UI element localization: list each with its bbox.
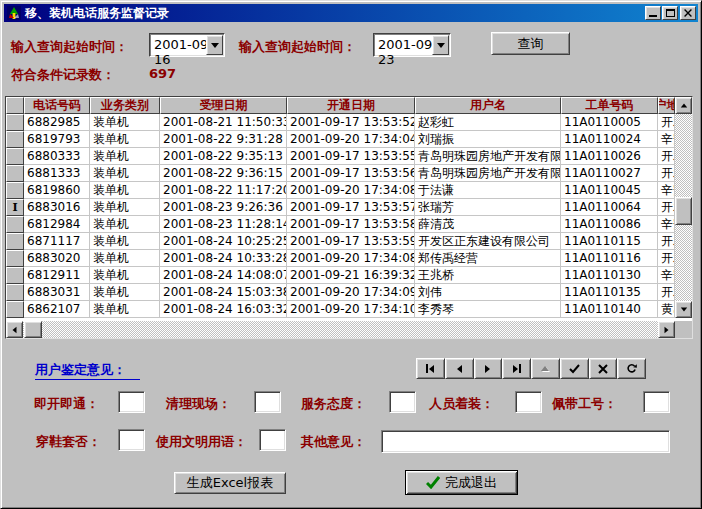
cell-user[interactable]: 张瑞芳	[415, 199, 561, 216]
cell-phone[interactable]: 6880333	[24, 148, 90, 165]
start-date-dropdown-button[interactable]	[206, 35, 223, 55]
cell-user[interactable]: 青岛明珠园房地产开发有限	[415, 148, 561, 165]
scroll-down-button[interactable]	[675, 301, 692, 318]
generate-excel-button[interactable]: 生成Excel报表	[174, 472, 286, 494]
start-date-combobox[interactable]: 2001-09-16	[149, 33, 225, 57]
minimize-button[interactable]	[645, 6, 661, 20]
cell-category[interactable]: 装单机	[90, 216, 160, 233]
cell-category[interactable]: 装单机	[90, 250, 160, 267]
cell-open_date[interactable]: 2001-09-20 17:34:04	[287, 131, 415, 148]
cell-accept_date[interactable]: 2001-08-23 11:28:14	[160, 216, 287, 233]
cell-open_date[interactable]: 2001-09-17 13:53:59	[287, 233, 415, 250]
nav-last-button[interactable]	[502, 358, 531, 379]
cell-user[interactable]: 赵彩虹	[415, 114, 561, 131]
other-comments-input[interactable]	[381, 430, 670, 453]
service-attitude-input[interactable]	[389, 391, 416, 413]
cell-area[interactable]: 开发	[658, 233, 675, 250]
scroll-left-button[interactable]	[6, 321, 23, 338]
user-appraisal-link[interactable]: 用户鉴定意见：	[35, 361, 140, 380]
cell-open_date[interactable]: 2001-09-17 13:53:52	[287, 114, 415, 131]
cell-open_date[interactable]: 2001-09-17 13:53:58	[287, 216, 415, 233]
cell-open_date[interactable]: 2001-09-21 16:39:32	[287, 267, 415, 284]
cell-phone[interactable]: 6882985	[24, 114, 90, 131]
cell-area[interactable]: 黄岛	[658, 301, 675, 318]
cell-category[interactable]: 装单机	[90, 131, 160, 148]
cell-order_no[interactable]: 11A0110140	[561, 301, 658, 318]
cell-user[interactable]: 王兆桥	[415, 267, 561, 284]
nav-post-button[interactable]	[560, 358, 589, 379]
cell-user[interactable]: 李秀琴	[415, 301, 561, 318]
cell-accept_date[interactable]: 2001-08-22 11:17:20	[160, 182, 287, 199]
cell-open_date[interactable]: 2001-09-20 17:34:08	[287, 250, 415, 267]
cell-category[interactable]: 装单机	[90, 233, 160, 250]
cell-phone[interactable]: 6883020	[24, 250, 90, 267]
cell-open_date[interactable]: 2001-09-17 13:53:56	[287, 165, 415, 182]
cell-order_no[interactable]: 11A0110116	[561, 250, 658, 267]
cell-order_no[interactable]: 11A0110024	[561, 131, 658, 148]
cell-phone[interactable]: 6881333	[24, 165, 90, 182]
cell-category[interactable]: 装单机	[90, 301, 160, 318]
horizontal-scrollbar[interactable]	[6, 321, 675, 338]
cell-user[interactable]: 开发区正东建设有限公司	[415, 233, 561, 250]
cell-order_no[interactable]: 11A0110005	[561, 114, 658, 131]
finish-exit-button[interactable]: 完成退出	[405, 470, 518, 495]
cell-category[interactable]: 装单机	[90, 165, 160, 182]
cell-area[interactable]: 辛安	[658, 131, 675, 148]
maximize-button[interactable]	[662, 6, 678, 20]
cell-order_no[interactable]: 11A0110027	[561, 165, 658, 182]
cell-user[interactable]: 青岛明珠园房地产开发有限	[415, 165, 561, 182]
cell-category[interactable]: 装单机	[90, 267, 160, 284]
vertical-scroll-thumb[interactable]	[675, 197, 692, 225]
cell-area[interactable]: 辛安	[658, 216, 675, 233]
dress-input[interactable]	[515, 391, 542, 413]
cell-phone[interactable]: 6812911	[24, 267, 90, 284]
cell-phone[interactable]: 6819860	[24, 182, 90, 199]
cell-user[interactable]: 刘伟	[415, 284, 561, 301]
cell-accept_date[interactable]: 2001-08-24 15:03:38	[160, 284, 287, 301]
cell-phone[interactable]: 6862107	[24, 301, 90, 318]
instant-open-input[interactable]	[118, 391, 145, 413]
cell-area[interactable]: 辛安	[658, 182, 675, 199]
cell-area[interactable]: 开发	[658, 284, 675, 301]
cell-area[interactable]: 辛安	[658, 267, 675, 284]
nav-cancel-button[interactable]	[589, 358, 618, 379]
nav-next-button[interactable]	[474, 358, 503, 379]
cell-category[interactable]: 装单机	[90, 148, 160, 165]
shoe-cover-input[interactable]	[118, 429, 145, 451]
cell-category[interactable]: 装单机	[90, 199, 160, 216]
cell-order_no[interactable]: 11A0110130	[561, 267, 658, 284]
cell-open_date[interactable]: 2001-09-17 13:53:55	[287, 148, 415, 165]
cell-area[interactable]: 开发	[658, 148, 675, 165]
cell-accept_date[interactable]: 2001-08-24 10:25:25	[160, 233, 287, 250]
cell-order_no[interactable]: 11A0110115	[561, 233, 658, 250]
end-date-combobox[interactable]: 2001-09-23	[373, 33, 451, 57]
cell-accept_date[interactable]: 2001-08-22 9:35:13	[160, 148, 287, 165]
cell-order_no[interactable]: 11A0110026	[561, 148, 658, 165]
cell-open_date[interactable]: 2001-09-20 17:34:10	[287, 301, 415, 318]
cell-user[interactable]: 于法谦	[415, 182, 561, 199]
cell-phone[interactable]: 6871117	[24, 233, 90, 250]
cell-user[interactable]: 刘瑞振	[415, 131, 561, 148]
cell-order_no[interactable]: 11A0110064	[561, 199, 658, 216]
cell-accept_date[interactable]: 2001-08-22 9:36:15	[160, 165, 287, 182]
cell-open_date[interactable]: 2001-09-20 17:34:08	[287, 182, 415, 199]
end-date-dropdown-button[interactable]	[432, 35, 449, 55]
scroll-up-button[interactable]	[675, 97, 692, 114]
cell-phone[interactable]: 6812984	[24, 216, 90, 233]
cell-order_no[interactable]: 11A0110045	[561, 182, 658, 199]
cell-accept_date[interactable]: 2001-08-23 9:26:36	[160, 199, 287, 216]
cell-accept_date[interactable]: 2001-08-24 16:03:32	[160, 301, 287, 318]
cell-phone[interactable]: 6883031	[24, 284, 90, 301]
cell-area[interactable]: 开发	[658, 250, 675, 267]
clean-site-input[interactable]	[254, 391, 281, 413]
cell-area[interactable]: 开发	[658, 114, 675, 131]
search-button[interactable]: 查询	[491, 32, 570, 55]
cell-category[interactable]: 装单机	[90, 284, 160, 301]
cell-order_no[interactable]: 11A0110086	[561, 216, 658, 233]
close-button[interactable]	[680, 6, 696, 20]
cell-accept_date[interactable]: 2001-08-21 11:50:33	[160, 114, 287, 131]
nav-refresh-button[interactable]	[617, 358, 646, 379]
cell-accept_date[interactable]: 2001-08-24 10:33:28	[160, 250, 287, 267]
cell-category[interactable]: 装单机	[90, 182, 160, 199]
nav-first-button[interactable]	[416, 358, 445, 379]
